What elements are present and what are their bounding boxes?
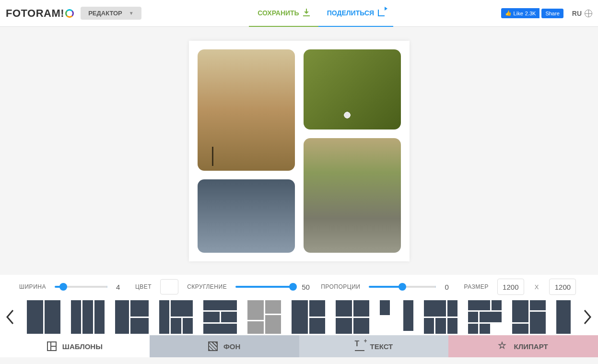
tab-templates[interactable]: ШАБЛОНЫ [0,335,150,357]
templates-icon [47,341,57,351]
rounding-label: СКРУГЛЕНИЕ [187,283,227,290]
editor-label: РЕДАКТОР [88,10,122,17]
canvas-area [0,27,598,275]
fb-share-label: Share [545,11,559,16]
template-option[interactable] [27,300,60,334]
color-picker[interactable] [160,279,178,294]
controls-bar: ШИРИНА 4 ЦВЕТ СКРУГЛЕНИЕ 50 ПРОПОРЦИИ 0 … [0,275,598,299]
template-option[interactable] [71,300,105,334]
color-label: ЦВЕТ [135,283,152,290]
proportions-value: 0 [445,283,455,291]
collage-cell-2[interactable] [304,49,401,129]
lang-code: RU [572,10,582,17]
collage-cell-4[interactable] [198,179,295,252]
size-x-label: X [535,283,539,291]
tab-background[interactable]: ФОН [150,335,299,357]
slider-thumb[interactable] [289,283,297,291]
share-icon [378,10,385,16]
width-value: 4 [116,283,127,291]
editor-dropdown[interactable]: РЕДАКТОР ▼ [81,7,141,20]
rounding-value: 50 [302,283,312,291]
logo-o-icon [65,9,74,18]
logo[interactable]: FOTORAM! [6,7,74,20]
template-option[interactable] [159,300,193,334]
template-option[interactable] [556,300,571,334]
template-option[interactable] [424,300,457,334]
thumb-up-icon: 👍 [505,10,512,16]
fb-widget: 👍 Like 2.3K Share [501,8,563,18]
background-icon [208,341,218,351]
tab-clipart[interactable]: КЛИПАРТ [448,335,598,357]
tab-clipart-label: КЛИПАРТ [514,342,548,351]
template-option[interactable] [292,300,325,334]
size-label: РАЗМЕР [464,283,488,290]
template-option[interactable] [203,300,237,334]
slider-thumb[interactable] [399,283,406,291]
proportions-label: ПРОПОРЦИИ [321,283,360,290]
template-strip [0,299,598,335]
fb-like-button[interactable]: 👍 Like 2.3K [501,8,540,18]
header: FOTORAM! РЕДАКТОР ▼ СОХРАНИТЬ ПОДЕЛИТЬСЯ… [0,0,598,27]
templates-next-button[interactable] [581,303,595,331]
fb-like-label: Like [514,11,523,16]
tab-text-label: ТЕКСТ [370,342,393,351]
tab-templates-label: ШАБЛОНЫ [62,342,103,351]
globe-icon [585,10,592,17]
share-button[interactable]: ПОДЕЛИТЬСЯ [318,0,393,27]
tab-text[interactable]: ТЕКСТ [299,335,449,357]
size-width-input[interactable] [497,279,524,295]
rounding-slider[interactable] [235,286,293,288]
collage-cell-3[interactable] [304,138,401,253]
download-icon [303,10,310,16]
template-option[interactable] [380,300,413,334]
chevron-down-icon: ▼ [129,11,134,16]
templates-prev-button[interactable] [3,303,16,331]
template-option[interactable] [468,300,502,334]
star-icon [499,341,508,351]
fb-share-button[interactable]: Share [541,9,563,18]
fb-like-count: 2.3K [525,11,536,16]
proportions-slider[interactable] [369,286,436,288]
language-selector[interactable]: RU [572,10,592,17]
template-option[interactable] [336,300,369,334]
header-center: СОХРАНИТЬ ПОДЕЛИТЬСЯ [141,0,501,27]
slider-thumb[interactable] [59,283,67,291]
text-icon [355,341,364,351]
header-right: 👍 Like 2.3K Share RU [501,8,592,18]
template-option[interactable] [512,300,546,334]
tab-bg-label: ФОН [223,342,240,351]
save-button[interactable]: СОХРАНИТЬ [249,0,318,27]
collage-canvas[interactable] [189,41,410,261]
width-slider[interactable] [55,286,107,288]
share-label: ПОДЕЛИТЬСЯ [327,9,374,17]
logo-exclaim: ! [60,7,64,20]
size-height-input[interactable] [549,279,576,295]
save-label: СОХРАНИТЬ [258,9,299,17]
template-option-active[interactable] [247,300,281,334]
width-label: ШИРИНА [19,283,46,290]
collage-cell-1[interactable] [198,49,295,171]
bottom-tabs: ШАБЛОНЫ ФОН ТЕКСТ КЛИПАРТ [0,335,598,357]
template-option[interactable] [115,300,149,334]
logo-text: FOTORAM [6,7,60,20]
